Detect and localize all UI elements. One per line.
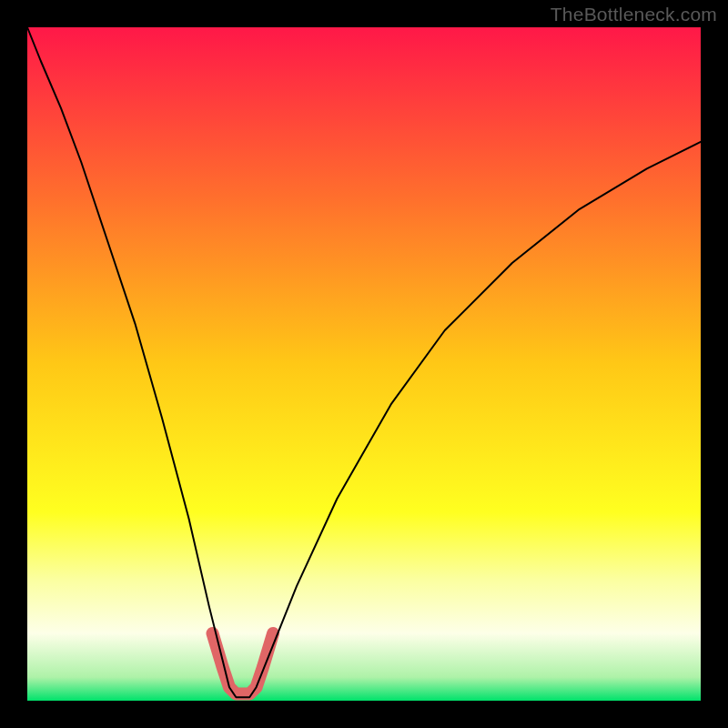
chart-frame: TheBottleneck.com xyxy=(0,0,728,728)
watermark-text: TheBottleneck.com xyxy=(551,4,717,25)
bottleneck-chart xyxy=(0,0,728,728)
plot-background xyxy=(27,27,701,701)
